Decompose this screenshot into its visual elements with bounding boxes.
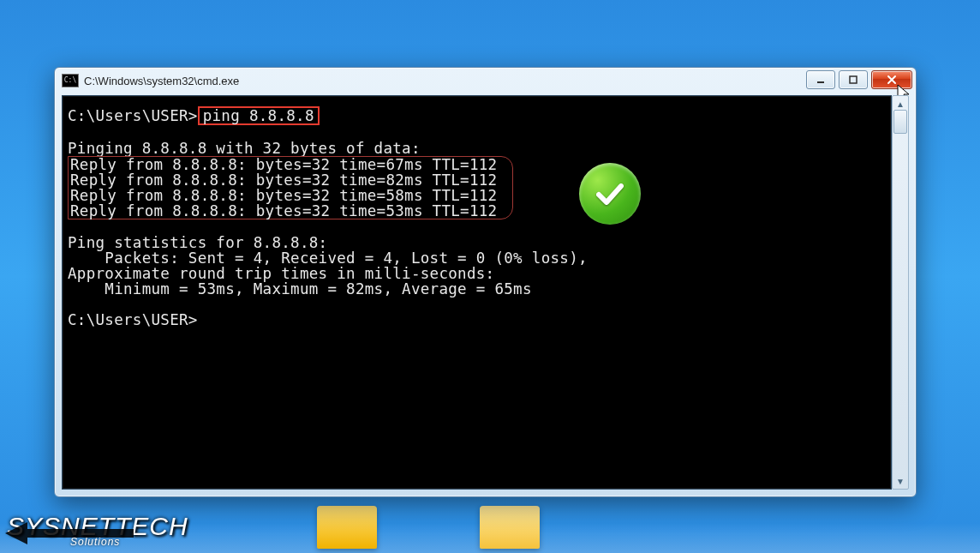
minimize-button[interactable] — [806, 70, 835, 89]
ping-replies-block: Reply from 8.8.8.8: bytes=32 time=67ms T… — [68, 156, 513, 219]
brand-watermark: SYSNETTECH Solutions — [7, 512, 188, 548]
ping-header-line: Pinging 8.8.8.8 with 32 bytes of data: — [68, 140, 421, 157]
svg-rect-0 — [817, 81, 824, 83]
ping-reply-line: Reply from 8.8.8.8: bytes=32 time=58ms T… — [70, 187, 497, 204]
scroll-down-icon[interactable]: ▼ — [894, 475, 906, 487]
minimize-icon — [816, 75, 825, 84]
typed-command: ping 8.8.8.8 — [198, 106, 320, 125]
ping-reply-line: Reply from 8.8.8.8: bytes=32 time=53ms T… — [70, 202, 497, 219]
check-icon — [592, 176, 628, 212]
cmd-icon-text: C:\ — [64, 77, 76, 84]
prompt: C:\Users\USER> — [68, 311, 198, 328]
ping-rtt-values: Minimum = 53ms, Maximum = 82ms, Average … — [68, 280, 532, 298]
titlebar[interactable]: C:\ C:\Windows\system32\cmd.exe — [55, 68, 916, 93]
terminal-output: C:\Users\USER>ping 8.8.8.8 Pinging 8.8.8… — [63, 96, 891, 333]
ping-stats-packets: Packets: Sent = 4, Received = 4, Lost = … — [68, 249, 588, 267]
ping-stats-header: Ping statistics for 8.8.8.8: — [68, 234, 327, 251]
window-controls — [806, 70, 912, 89]
taskbar-folder-icon — [317, 506, 377, 549]
window-title: C:\Windows\system32\cmd.exe — [84, 75, 239, 87]
prompt: C:\Users\USER> — [68, 107, 198, 124]
scroll-up-icon[interactable]: ▲ — [894, 98, 906, 110]
ping-reply-line: Reply from 8.8.8.8: bytes=32 time=82ms T… — [70, 171, 497, 189]
cmd-window: C:\ C:\Windows\system32\cmd.exe C:\Users… — [54, 67, 917, 497]
close-icon — [887, 75, 897, 85]
taskbar-folder-icon — [480, 506, 540, 549]
cmd-icon: C:\ — [62, 74, 79, 87]
maximize-icon — [849, 75, 858, 84]
svg-rect-1 — [850, 76, 857, 83]
maximize-button[interactable] — [839, 70, 868, 89]
ping-reply-line: Reply from 8.8.8.8: bytes=32 time=67ms T… — [70, 156, 497, 173]
vertical-scrollbar[interactable]: ▲ ▼ — [892, 95, 909, 490]
scrollbar-thumb[interactable] — [893, 110, 907, 134]
success-check-badge — [579, 163, 641, 225]
ping-rtt-header: Approximate round trip times in milli-se… — [68, 265, 494, 282]
close-button[interactable] — [871, 70, 912, 89]
brand-arrow-icon — [5, 519, 185, 548]
terminal-viewport[interactable]: C:\Users\USER>ping 8.8.8.8 Pinging 8.8.8… — [62, 95, 892, 490]
